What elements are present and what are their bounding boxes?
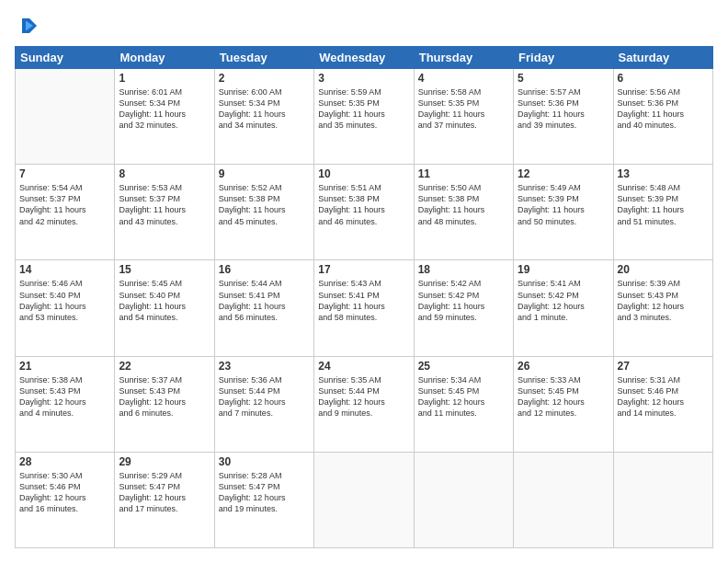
- col-header-monday: Monday: [115, 47, 214, 69]
- week-row-0: 1Sunrise: 6:01 AM Sunset: 5:34 PM Daylig…: [16, 69, 713, 165]
- day-info: Sunrise: 5:28 AM Sunset: 5:47 PM Dayligh…: [219, 470, 310, 515]
- header: [15, 15, 713, 37]
- day-cell: 26Sunrise: 5:33 AM Sunset: 5:45 PM Dayli…: [514, 356, 613, 452]
- day-cell: 30Sunrise: 5:28 AM Sunset: 5:47 PM Dayli…: [214, 452, 313, 547]
- day-number: 23: [219, 360, 310, 373]
- calendar-header-row: SundayMondayTuesdayWednesdayThursdayFrid…: [16, 47, 713, 69]
- day-info: Sunrise: 5:48 AM Sunset: 5:39 PM Dayligh…: [618, 182, 709, 227]
- day-cell: 21Sunrise: 5:38 AM Sunset: 5:43 PM Dayli…: [16, 356, 115, 452]
- day-cell: 6Sunrise: 5:56 AM Sunset: 5:36 PM Daylig…: [613, 69, 712, 165]
- day-info: Sunrise: 5:56 AM Sunset: 5:36 PM Dayligh…: [618, 86, 709, 132]
- day-number: 9: [219, 167, 310, 180]
- day-number: 13: [618, 167, 709, 180]
- day-cell: 27Sunrise: 5:31 AM Sunset: 5:46 PM Dayli…: [613, 356, 712, 452]
- day-number: 15: [119, 263, 210, 276]
- day-info: Sunrise: 5:39 AM Sunset: 5:43 PM Dayligh…: [618, 278, 709, 323]
- col-header-saturday: Saturday: [613, 47, 712, 69]
- day-number: 6: [618, 72, 709, 85]
- day-number: 30: [219, 455, 310, 468]
- day-cell: 13Sunrise: 5:48 AM Sunset: 5:39 PM Dayli…: [613, 165, 712, 260]
- day-info: Sunrise: 5:33 AM Sunset: 5:45 PM Dayligh…: [518, 374, 609, 419]
- day-number: 14: [19, 263, 110, 276]
- day-cell: 29Sunrise: 5:29 AM Sunset: 5:47 PM Dayli…: [115, 452, 214, 547]
- day-info: Sunrise: 5:38 AM Sunset: 5:43 PM Dayligh…: [19, 374, 110, 419]
- day-info: Sunrise: 5:52 AM Sunset: 5:38 PM Dayligh…: [219, 182, 310, 227]
- col-header-wednesday: Wednesday: [314, 47, 414, 69]
- week-row-1: 7Sunrise: 5:54 AM Sunset: 5:37 PM Daylig…: [16, 165, 713, 260]
- day-cell: 11Sunrise: 5:50 AM Sunset: 5:38 PM Dayli…: [414, 165, 513, 260]
- day-info: Sunrise: 5:53 AM Sunset: 5:37 PM Dayligh…: [119, 182, 210, 227]
- day-cell: [514, 452, 613, 547]
- day-info: Sunrise: 5:31 AM Sunset: 5:46 PM Dayligh…: [618, 374, 709, 419]
- col-header-sunday: Sunday: [16, 47, 115, 69]
- logo-icon: [15, 15, 37, 37]
- day-cell: [16, 69, 115, 165]
- day-info: Sunrise: 6:01 AM Sunset: 5:34 PM Dayligh…: [119, 86, 210, 132]
- day-cell: 4Sunrise: 5:58 AM Sunset: 5:35 PM Daylig…: [414, 69, 513, 165]
- day-number: 25: [418, 360, 509, 373]
- day-number: 2: [219, 72, 310, 85]
- day-number: 19: [518, 263, 609, 276]
- day-cell: 22Sunrise: 5:37 AM Sunset: 5:43 PM Dayli…: [115, 356, 214, 452]
- day-cell: 19Sunrise: 5:41 AM Sunset: 5:42 PM Dayli…: [514, 260, 613, 356]
- day-info: Sunrise: 5:59 AM Sunset: 5:35 PM Dayligh…: [318, 86, 409, 132]
- day-cell: 14Sunrise: 5:46 AM Sunset: 5:40 PM Dayli…: [16, 260, 115, 356]
- day-cell: 18Sunrise: 5:42 AM Sunset: 5:42 PM Dayli…: [414, 260, 513, 356]
- col-header-thursday: Thursday: [414, 47, 513, 69]
- day-info: Sunrise: 5:35 AM Sunset: 5:44 PM Dayligh…: [318, 374, 409, 419]
- day-number: 16: [219, 263, 310, 276]
- day-info: Sunrise: 5:36 AM Sunset: 5:44 PM Dayligh…: [219, 374, 310, 419]
- day-cell: 7Sunrise: 5:54 AM Sunset: 5:37 PM Daylig…: [16, 165, 115, 260]
- day-number: 28: [19, 455, 110, 468]
- day-number: 29: [119, 455, 210, 468]
- day-cell: 28Sunrise: 5:30 AM Sunset: 5:46 PM Dayli…: [16, 452, 115, 547]
- day-cell: 25Sunrise: 5:34 AM Sunset: 5:45 PM Dayli…: [414, 356, 513, 452]
- day-number: 24: [318, 360, 409, 373]
- day-number: 7: [19, 167, 110, 180]
- day-cell: 20Sunrise: 5:39 AM Sunset: 5:43 PM Dayli…: [613, 260, 712, 356]
- col-header-friday: Friday: [514, 47, 613, 69]
- day-info: Sunrise: 5:30 AM Sunset: 5:46 PM Dayligh…: [19, 470, 110, 515]
- day-cell: 16Sunrise: 5:44 AM Sunset: 5:41 PM Dayli…: [214, 260, 313, 356]
- day-info: Sunrise: 6:00 AM Sunset: 5:34 PM Dayligh…: [219, 86, 310, 132]
- day-cell: 9Sunrise: 5:52 AM Sunset: 5:38 PM Daylig…: [214, 165, 313, 260]
- day-number: 17: [318, 263, 409, 276]
- day-info: Sunrise: 5:46 AM Sunset: 5:40 PM Dayligh…: [19, 278, 110, 323]
- col-header-tuesday: Tuesday: [214, 47, 313, 69]
- week-row-2: 14Sunrise: 5:46 AM Sunset: 5:40 PM Dayli…: [16, 260, 713, 356]
- day-number: 27: [618, 360, 709, 373]
- day-number: 21: [19, 360, 110, 373]
- day-cell: 3Sunrise: 5:59 AM Sunset: 5:35 PM Daylig…: [314, 69, 414, 165]
- day-number: 18: [418, 263, 509, 276]
- day-number: 22: [119, 360, 210, 373]
- day-cell: 10Sunrise: 5:51 AM Sunset: 5:38 PM Dayli…: [314, 165, 414, 260]
- day-number: 8: [119, 167, 210, 180]
- day-cell: 15Sunrise: 5:45 AM Sunset: 5:40 PM Dayli…: [115, 260, 214, 356]
- day-number: 11: [418, 167, 509, 180]
- day-info: Sunrise: 5:50 AM Sunset: 5:38 PM Dayligh…: [418, 182, 509, 227]
- day-number: 4: [418, 72, 509, 85]
- day-info: Sunrise: 5:37 AM Sunset: 5:43 PM Dayligh…: [119, 374, 210, 419]
- day-info: Sunrise: 5:58 AM Sunset: 5:35 PM Dayligh…: [418, 86, 509, 132]
- day-cell: [613, 452, 712, 547]
- day-info: Sunrise: 5:43 AM Sunset: 5:41 PM Dayligh…: [318, 278, 409, 323]
- calendar-table: SundayMondayTuesdayWednesdayThursdayFrid…: [15, 46, 713, 548]
- day-info: Sunrise: 5:41 AM Sunset: 5:42 PM Dayligh…: [518, 278, 609, 323]
- day-info: Sunrise: 5:34 AM Sunset: 5:45 PM Dayligh…: [418, 374, 509, 419]
- day-info: Sunrise: 5:54 AM Sunset: 5:37 PM Dayligh…: [19, 182, 110, 227]
- day-info: Sunrise: 5:44 AM Sunset: 5:41 PM Dayligh…: [219, 278, 310, 323]
- day-cell: 17Sunrise: 5:43 AM Sunset: 5:41 PM Dayli…: [314, 260, 414, 356]
- day-info: Sunrise: 5:29 AM Sunset: 5:47 PM Dayligh…: [119, 470, 210, 515]
- day-number: 20: [618, 263, 709, 276]
- day-cell: [314, 452, 414, 547]
- day-cell: 5Sunrise: 5:57 AM Sunset: 5:36 PM Daylig…: [514, 69, 613, 165]
- day-info: Sunrise: 5:45 AM Sunset: 5:40 PM Dayligh…: [119, 278, 210, 323]
- day-info: Sunrise: 5:49 AM Sunset: 5:39 PM Dayligh…: [518, 182, 609, 227]
- day-cell: 2Sunrise: 6:00 AM Sunset: 5:34 PM Daylig…: [214, 69, 313, 165]
- day-info: Sunrise: 5:42 AM Sunset: 5:42 PM Dayligh…: [418, 278, 509, 323]
- day-number: 12: [518, 167, 609, 180]
- day-cell: 12Sunrise: 5:49 AM Sunset: 5:39 PM Dayli…: [514, 165, 613, 260]
- day-cell: [414, 452, 513, 547]
- week-row-3: 21Sunrise: 5:38 AM Sunset: 5:43 PM Dayli…: [16, 356, 713, 452]
- logo: [15, 15, 39, 37]
